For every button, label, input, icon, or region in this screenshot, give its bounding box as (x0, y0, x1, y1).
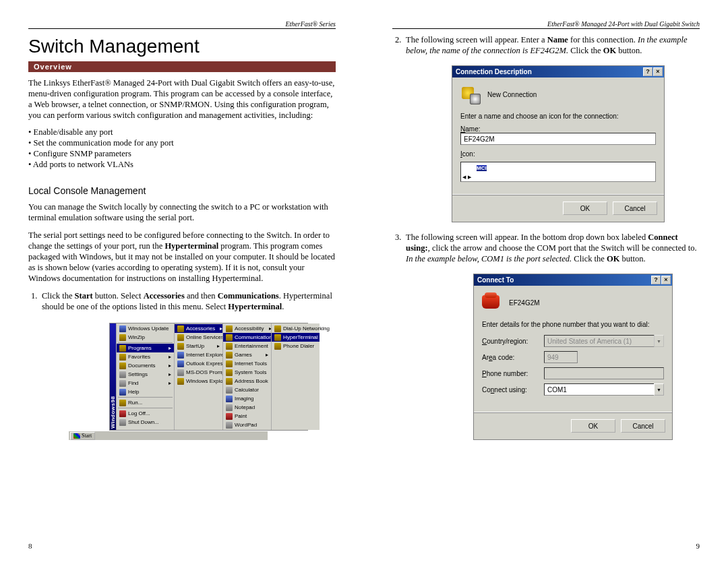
startmenu-item[interactable]: StartUp (175, 342, 222, 350)
area-field (544, 351, 578, 363)
page-right: EtherFast® Managed 24-Port with Dual Gig… (364, 0, 728, 562)
startmenu-item[interactable]: Log Off... (117, 409, 174, 418)
page-left: EtherFast® Series Switch Management Over… (0, 0, 364, 562)
new-connection-icon (460, 84, 481, 104)
icon-scrollbar[interactable]: ◀ ▶ (462, 173, 654, 180)
close-icon[interactable]: × (661, 276, 671, 284)
icon-label: Icon: (460, 150, 656, 158)
startmenu-item[interactable]: WordPad (223, 420, 271, 429)
startmenu-programs[interactable]: Programs (117, 344, 174, 352)
dialog-subtitle: EF24G2M (509, 299, 540, 307)
subhead-local-console: Local Console Management (28, 185, 336, 196)
chevron-down-icon: ▼ (654, 335, 664, 347)
header-left: EtherFast® Series (28, 20, 336, 29)
cancel-button[interactable]: Cancel (613, 201, 657, 215)
bullet-item: Set the communication mode for any port (28, 138, 336, 148)
name-field[interactable] (460, 133, 656, 145)
startmenu-col-main: Windows Update WinZip Programs Favorites… (116, 323, 174, 430)
steps-right: 2. The following screen will appear. Ent… (392, 34, 700, 61)
startmenu-item[interactable]: Windows Explorer (175, 377, 222, 385)
startmenu-col-programs: Accessories Online Services StartUp Inte… (174, 323, 222, 430)
help-icon[interactable]: ? (643, 67, 653, 76)
startmenu-item[interactable]: Internet Tools (223, 359, 271, 368)
name-label: Name: (460, 125, 656, 133)
bullet-item: Enable/disable any port (28, 127, 336, 137)
startmenu-item[interactable]: Outlook Express (175, 359, 222, 368)
startmenu-item[interactable]: Entertainment (223, 342, 271, 350)
phone-icon (482, 292, 502, 313)
para-overview: The Linksys EtherFast® Managed 24-Port w… (28, 77, 336, 121)
startmenu-item[interactable]: Accessibility (223, 324, 271, 333)
startmenu-item[interactable]: Internet Explorer (175, 350, 222, 359)
startmenu-item[interactable]: Imaging (223, 394, 271, 403)
dialog-subtitle: New Connection (487, 91, 537, 98)
phone-field (544, 367, 664, 379)
phone-label: Phone number: (482, 370, 540, 377)
dialog-prompt: Enter details for the phone number that … (482, 321, 664, 328)
para-local-1: You can manage the Switch locally by con… (28, 201, 336, 223)
startmenu-item[interactable]: Help (117, 387, 174, 396)
country-label: Country/region: (482, 338, 540, 345)
dialog-titlebar: Connection Description ? × (452, 66, 664, 77)
close-icon[interactable]: × (653, 67, 663, 76)
ok-button[interactable]: OK (563, 201, 607, 215)
dialog-prompt: Enter a name and choose an icon for the … (460, 113, 656, 120)
header-right: EtherFast® Managed 24-Port with Dual Gig… (392, 20, 700, 29)
startmenu-item[interactable]: Run... (117, 398, 174, 407)
cancel-button[interactable]: Cancel (621, 419, 665, 433)
dialog-connect-to: Connect To ? × EF24G2M Enter details for… (473, 274, 673, 440)
icon-picker[interactable]: MCI ◀ ▶ (460, 162, 656, 182)
chevron-down-icon[interactable]: ▼ (654, 383, 664, 396)
connect-using-field[interactable] (544, 383, 655, 396)
startmenu-item[interactable]: WinZip (117, 333, 174, 342)
step-1: 1. Click the Start button. Select Access… (28, 290, 336, 312)
start-button[interactable]: Start (70, 432, 95, 440)
startmenu-sidebar: Windows98 (110, 323, 116, 430)
startmenu-item[interactable]: Address Book (223, 377, 271, 385)
ok-button[interactable]: OK (571, 419, 615, 433)
startmenu-hyperterminal[interactable]: HyperTerminal (272, 333, 320, 342)
startmenu-item[interactable]: Documents (117, 361, 174, 370)
startmenu-item[interactable]: Notepad (223, 403, 271, 412)
startmenu-item[interactable]: Favorites (117, 352, 174, 361)
bullet-list: Enable/disable any port Set the communic… (28, 127, 336, 170)
bullet-item: Add ports to network VLANs (28, 160, 336, 170)
startmenu-item[interactable]: Online Services (175, 333, 222, 342)
steps-right-3: 3. The following screen will appear. In … (392, 232, 700, 270)
startmenu-communications[interactable]: Communications (223, 333, 271, 342)
startmenu-item[interactable]: Calculator (223, 385, 271, 394)
startmenu-item[interactable]: Dial-Up Networking (272, 324, 320, 333)
step-3: 3. The following screen will appear. In … (392, 232, 700, 264)
startmenu-item[interactable]: Games (223, 350, 271, 359)
scroll-left-icon[interactable]: ◀ (462, 175, 466, 179)
startmenu-item[interactable]: MS-DOS Prompt (175, 368, 222, 377)
startmenu-accessories[interactable]: Accessories (175, 324, 222, 333)
dialog-titlebar: Connect To ? × (474, 274, 672, 286)
icon-option-mci[interactable]: MCI (477, 165, 487, 171)
startmenu-item[interactable]: Windows Update (117, 324, 174, 333)
startmenu-col-accessories: Accessibility Communications Entertainme… (222, 323, 271, 430)
startmenu-item[interactable]: Phone Dialer (272, 342, 320, 350)
help-icon[interactable]: ? (651, 276, 661, 284)
bullet-item: Configure SNMP parameters (28, 149, 336, 159)
page-number-left: 8 (28, 542, 32, 550)
steps-left: 1. Click the Start button. Select Access… (28, 290, 336, 317)
para-local-2: The serial port settings need to be conf… (28, 230, 336, 284)
page-title: Switch Management (28, 36, 336, 57)
section-bar-overview: Overview (28, 61, 336, 72)
scroll-right-icon[interactable]: ▶ (468, 175, 471, 179)
startmenu-item[interactable]: Shut Down... (117, 418, 174, 427)
startmenu-item[interactable]: Paint (223, 412, 271, 420)
step-2: 2. The following screen will appear. Ent… (392, 34, 700, 56)
startmenu-item[interactable]: System Tools (223, 368, 271, 377)
startmenu-item[interactable]: Find (117, 379, 174, 387)
area-label: Area code: (482, 354, 540, 361)
start-menu-figure: Windows98 Windows Update WinZip Programs… (69, 320, 268, 440)
taskbar: Start (69, 431, 268, 440)
startmenu-item[interactable]: Settings (117, 370, 174, 379)
dialog-connection-description: Connection Description ? × New Connectio… (452, 65, 665, 222)
connect-label: Connect using: (482, 386, 540, 394)
page-number-right: 9 (696, 542, 700, 550)
startmenu-col-communications: Dial-Up Networking HyperTerminal Phone D… (271, 323, 320, 430)
country-field (544, 335, 655, 347)
